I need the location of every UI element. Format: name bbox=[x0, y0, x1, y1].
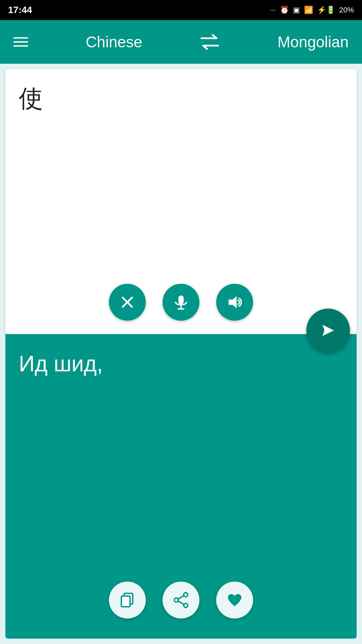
source-language-button[interactable]: Chinese bbox=[86, 33, 142, 51]
menu-button[interactable] bbox=[13, 37, 28, 47]
translation-text: Ид шид, bbox=[5, 334, 357, 575]
svg-line-13 bbox=[178, 601, 184, 604]
status-bar: 17:44 ··· ⏰ ▣ 📶 ⚡🔋 20% bbox=[0, 0, 362, 20]
source-text[interactable]: 使 bbox=[5, 69, 357, 277]
svg-point-10 bbox=[184, 603, 188, 607]
status-time: 17:44 bbox=[8, 5, 32, 15]
svg-marker-5 bbox=[229, 296, 237, 308]
battery-icon: ⚡🔋 bbox=[317, 6, 335, 14]
svg-point-9 bbox=[184, 593, 188, 597]
volume-button[interactable] bbox=[216, 284, 253, 321]
send-button[interactable] bbox=[306, 309, 350, 352]
copy-button[interactable] bbox=[109, 582, 146, 619]
target-language-button[interactable]: Mongolian bbox=[278, 33, 349, 51]
signal-icon: 📶 bbox=[304, 6, 313, 14]
svg-rect-8 bbox=[121, 596, 130, 607]
source-actions bbox=[5, 277, 357, 334]
toolbar: Chinese Mongolian bbox=[0, 20, 362, 64]
svg-rect-2 bbox=[178, 296, 184, 304]
svg-marker-6 bbox=[322, 325, 334, 336]
translation-actions bbox=[5, 575, 357, 639]
dots-icon: ··· bbox=[270, 6, 276, 14]
source-panel: 使 bbox=[5, 69, 357, 334]
battery-percent: 20% bbox=[339, 6, 354, 14]
favorite-button[interactable] bbox=[216, 582, 253, 619]
swap-languages-button[interactable] bbox=[200, 34, 220, 50]
mic-button[interactable] bbox=[163, 284, 199, 321]
share-button[interactable] bbox=[163, 582, 199, 619]
main-content: 使 bbox=[0, 64, 362, 644]
sim-icon: ▣ bbox=[293, 6, 300, 14]
svg-point-11 bbox=[174, 598, 178, 602]
status-icons: ··· ⏰ ▣ 📶 ⚡🔋 20% bbox=[270, 6, 354, 14]
clear-button[interactable] bbox=[109, 284, 146, 321]
translation-panel: Ид шид, bbox=[5, 334, 357, 639]
svg-line-12 bbox=[178, 596, 184, 599]
alarm-icon: ⏰ bbox=[280, 6, 289, 14]
